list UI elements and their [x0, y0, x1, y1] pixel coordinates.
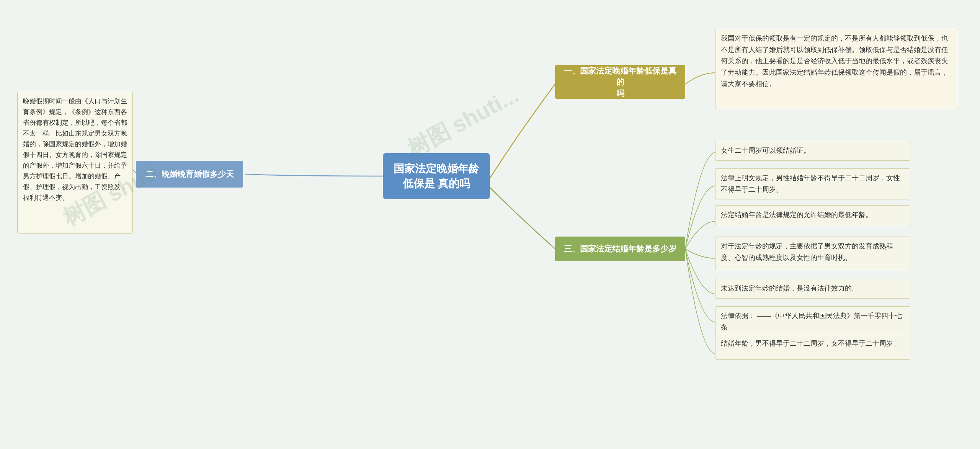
center-node-label: 国家法定晚婚年龄低保是 真的吗: [392, 161, 481, 191]
leaf3b-text: 法律上明文规定，男性结婚年龄不得早于二十二周岁，女性不得早于二十周岁。: [721, 174, 900, 193]
branch-node-2: 二、晚婚晚育婚假多少天: [136, 161, 243, 188]
leaf-node-3d: 对于法定年龄的规定，主要依据了男女双方的发育成熟程度、心智的成熟程度以及女性的生…: [715, 237, 910, 270]
branch3-label: 三、国家法定结婚年龄是多少岁: [564, 243, 676, 254]
leaf-node-3b: 法律上明文规定，男性结婚年龄不得早于二十二周岁，女性不得早于二十周岁。: [715, 168, 910, 199]
branch-node-3: 三、国家法定结婚年龄是多少岁: [555, 237, 685, 261]
leaf3g-text: 结婚年龄，男不得早于二十二周岁，女不得早于二十周岁。: [721, 340, 900, 347]
branch1-label: 一、国家法定晚婚年龄低保是真的吗: [562, 65, 678, 99]
leaf-node-3c: 法定结婚年龄是法律规定的允许结婚的最低年龄。: [715, 205, 910, 226]
leaf-node-1: 我国对于低保的领取是有一定的规定的，不是所有人都能够领取到低保，也不是所有人结了…: [715, 29, 958, 109]
leaf-node-3a: 女生二十周岁可以领结婚证。: [715, 141, 910, 161]
leaf-node-3f: 法律依据： ——《中华人民共和国民法典》第一千零四十七条: [715, 306, 910, 337]
branch2-label: 二、晚婚晚育婚假多少天: [145, 168, 234, 180]
leaf3d-text: 对于法定年龄的规定，主要依据了男女双方的发育成熟程度、心智的成熟程度以及女性的生…: [721, 242, 893, 261]
leaf3a-text: 女生二十周岁可以领结婚证。: [721, 147, 810, 154]
center-node: 国家法定晚婚年龄低保是 真的吗: [383, 153, 490, 199]
leaf3e-text: 未达到法定年龄的结婚，是没有法律效力的。: [721, 284, 859, 292]
branch-node-1: 一、国家法定晚婚年龄低保是真的吗: [555, 65, 685, 99]
leaf-node-3e: 未达到法定年龄的结婚，是没有法律效力的。: [715, 279, 910, 299]
leaf2-text: 晚婚假期时间一般由《人口与计划生育条例》规定，《条例》这种东西各省份都有权制定，…: [23, 98, 127, 201]
leaf-node-2: 晚婚假期时间一般由《人口与计划生育条例》规定，《条例》这种东西各省份都有权制定，…: [17, 92, 133, 233]
leaf3f-text: 法律依据： ——《中华人民共和国民法典》第一千零四十七条: [721, 312, 902, 331]
mindmap-container: 国家法定晚婚年龄低保是 真的吗 一、国家法定晚婚年龄低保是真的吗 三、国家法定结…: [0, 0, 980, 449]
leaf-node-3g: 结婚年龄，男不得早于二十二周岁，女不得早于二十周岁。: [715, 334, 910, 360]
watermark-2: 树图 shuti...: [402, 80, 524, 164]
leaf3c-text: 法定结婚年龄是法律规定的允许结婚的最低年龄。: [721, 211, 872, 219]
leaf1-text: 我国对于低保的领取是有一定的规定的，不是所有人都能够领取到低保，也不是所有人结了…: [721, 34, 948, 88]
